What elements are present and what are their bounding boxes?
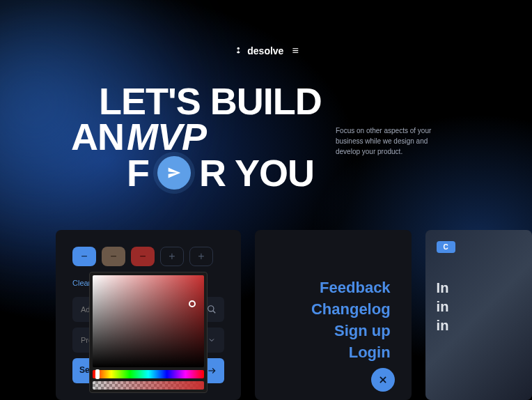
close-icon — [378, 375, 388, 385]
hue-slider[interactable] — [93, 370, 204, 378]
link-signup[interactable]: Sign up — [334, 321, 391, 342]
swatch-add-1[interactable]: + — [160, 247, 184, 266]
svg-line-2 — [213, 311, 216, 314]
alpha-slider[interactable] — [93, 381, 204, 390]
hero-line-3b: R YOU — [199, 155, 314, 191]
swatch-blue[interactable]: − — [72, 247, 96, 266]
color-tool-panel: − − − + + Clear all Sear — [56, 230, 241, 400]
chevron-down-icon — [208, 336, 216, 344]
link-changelog[interactable]: Changelog — [311, 299, 391, 321]
link-feedback[interactable]: Feedback — [320, 277, 391, 299]
close-button[interactable] — [371, 368, 395, 392]
menu-icon[interactable]: ≡ — [292, 45, 298, 57]
search-icon — [207, 305, 217, 314]
swatch-red[interactable]: − — [131, 247, 155, 266]
send-button[interactable] — [157, 156, 191, 190]
hero-subtitle: Focus on other aspects of your business … — [336, 125, 447, 157]
card-text: In in in — [437, 279, 449, 335]
hero: LET'S BUILD AN MVP F R YOU Focus on othe… — [50, 84, 482, 191]
hue-handle[interactable] — [95, 369, 100, 379]
hero-line-1: LET'S BUILD — [50, 84, 482, 119]
card-badge: C — [437, 241, 455, 253]
paper-plane-icon — [167, 166, 181, 180]
brand-name: desolve — [247, 45, 283, 56]
swatch-brown[interactable]: − — [102, 247, 125, 266]
arrow-right-icon — [207, 366, 217, 376]
color-picker — [89, 272, 208, 393]
svg-point-1 — [208, 306, 214, 311]
card-panel[interactable]: C In in in — [425, 230, 532, 400]
swatch-add-2[interactable]: + — [189, 247, 213, 266]
link-login[interactable]: Login — [349, 342, 391, 364]
header: desolve ≡ — [233, 45, 298, 57]
nav-links-panel: Feedback Changelog Sign up Login — [255, 230, 411, 400]
logo-icon — [233, 46, 243, 56]
hero-line-2a: AN — [71, 119, 124, 155]
hero-line-2b: MVP — [127, 119, 206, 155]
brand-logo[interactable]: desolve — [233, 45, 283, 56]
hero-line-3a: F — [127, 155, 149, 191]
saturation-area[interactable] — [93, 275, 204, 367]
svg-point-0 — [237, 47, 240, 50]
saturation-handle[interactable] — [189, 300, 196, 307]
